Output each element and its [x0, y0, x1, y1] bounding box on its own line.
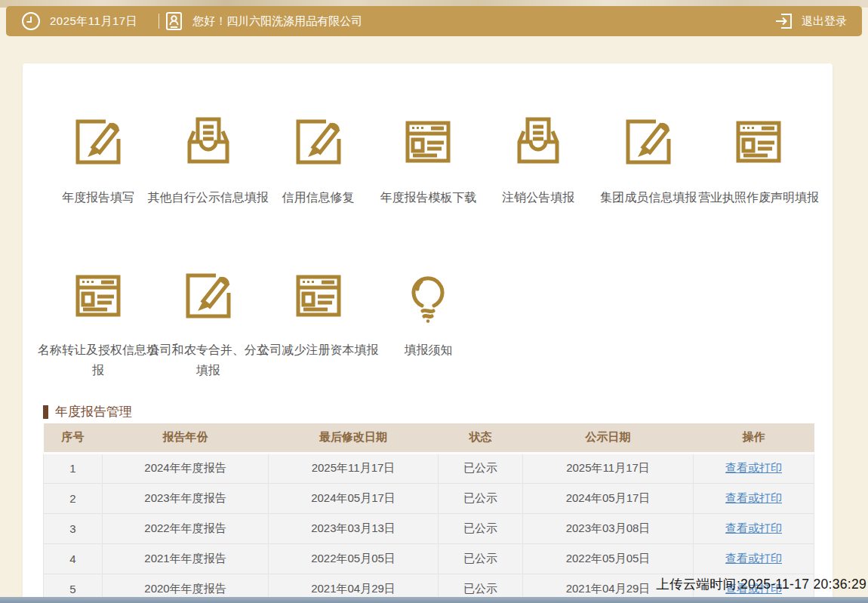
shortcut-other-public-info-fill[interactable]: 其他自行公示信息填报: [153, 112, 263, 208]
logout-button[interactable]: 退出登录: [774, 11, 847, 31]
main-panel: 年度报告填写 其他自行公示信息填报 信用信息修复 年度报告模板下载: [23, 63, 833, 603]
browser-icon: [728, 112, 789, 172]
logout-icon: [774, 11, 794, 31]
bottom-edge-band: [0, 597, 868, 603]
table-row: 42021年年度报告2022年05月05日已公示2022年05月05日查看或打印: [44, 543, 814, 574]
shortcut-license-void-declaration[interactable]: 营业执照作废声明填报: [703, 112, 814, 208]
edit-icon: [288, 112, 349, 172]
cell-no: 4: [44, 543, 103, 574]
browser-icon: [398, 112, 458, 172]
cell-modified: 2024年05月17日: [269, 483, 439, 513]
shortcut-report-template-download[interactable]: 年度报告模板下载: [374, 112, 484, 208]
table-row: 12024年年度报告2025年11月17日已公示2025年11月17日查看或打印: [44, 453, 814, 483]
cell-status: 已公示: [439, 483, 523, 513]
table-header-row: 序号报告年份最后修改日期状态公示日期操作: [44, 423, 814, 453]
table-row: 32022年年度报告2023年03月13日已公示2023年03月08日查看或打印: [44, 513, 814, 543]
edit-icon: [618, 112, 679, 172]
shortcut-group-member-info-fill[interactable]: 集团成员信息填报: [593, 112, 703, 208]
shortcut-label: 营业执照作废声明填报: [698, 187, 819, 208]
shortcut-label: 年度报告模板下载: [380, 187, 476, 208]
shortcut-merger-division-fill[interactable]: 公司和农专合并、分立填报: [153, 266, 263, 380]
topbar-greeting: 您好！四川六阳洗涤用品有限公司: [192, 14, 362, 29]
cell-no: 2: [44, 483, 103, 513]
cell-modified: 2025年11月17日: [269, 453, 439, 483]
edit-icon: [68, 112, 128, 172]
shortcut-label: 其他自行公示信息填报: [148, 187, 269, 208]
browser-icon: [288, 266, 349, 326]
edit-icon: [178, 266, 239, 326]
view-print-link[interactable]: 查看或打印: [725, 461, 782, 474]
cell-year: 2022年年度报告: [103, 513, 269, 543]
shortcut-label: 年度报告填写: [62, 187, 134, 208]
column-header: 报告年份: [103, 423, 269, 453]
shortcut-label: 注销公告填报: [502, 187, 574, 208]
report-section-header: 年度报告管理: [43, 403, 132, 420]
topbar-divider: [159, 14, 159, 29]
cell-year: 2021年年度报告: [103, 543, 269, 574]
cell-published: 2025年11月17日: [523, 453, 694, 483]
cell-action: 查看或打印: [694, 513, 814, 543]
view-print-link[interactable]: 查看或打印: [725, 491, 782, 504]
inbox-icon: [178, 112, 239, 172]
cell-published: 2024年05月17日: [523, 483, 694, 513]
shortcut-cancellation-notice-fill[interactable]: 注销公告填报: [483, 112, 593, 208]
shortcut-label: 名称转让及授权信息填报: [36, 340, 160, 380]
topbar: 2025年11月17日 您好！四川六阳洗涤用品有限公司 退出登录: [6, 6, 862, 36]
shortcut-label: 公司和农专合并、分立填报: [146, 340, 270, 380]
column-header: 公示日期: [523, 423, 694, 453]
shortcut-filing-notice[interactable]: 填报须知: [374, 266, 484, 380]
shortcut-annual-report-fill[interactable]: 年度报告填写: [43, 112, 153, 208]
inbox-icon: [508, 112, 568, 172]
cell-action: 查看或打印: [694, 543, 814, 574]
column-header: 序号: [44, 423, 103, 453]
cell-published: 2022年05月05日: [523, 543, 694, 574]
cell-year: 2023年年度报告: [103, 483, 269, 513]
section-accent-bar: [43, 405, 48, 419]
cell-action: 查看或打印: [694, 453, 814, 483]
bulb-icon: [398, 266, 458, 326]
view-print-link[interactable]: 查看或打印: [725, 521, 782, 534]
shortcut-label: 集团成员信息填报: [600, 187, 697, 208]
cell-published: 2023年03月08日: [523, 513, 694, 543]
cell-status: 已公示: [439, 453, 523, 483]
browser-icon: [68, 266, 128, 326]
shortcut-grid-row1: 年度报告填写 其他自行公示信息填报 信用信息修复 年度报告模板下载: [43, 112, 814, 208]
shortcut-grid-row2: 名称转让及授权信息填报 公司和农专合并、分立填报 公司减少注册资本填报 填报须知: [43, 266, 814, 380]
section-title: 年度报告管理: [55, 403, 132, 420]
cell-no: 1: [44, 453, 103, 483]
user-badge-icon: [164, 11, 183, 32]
view-print-link[interactable]: 查看或打印: [725, 552, 782, 565]
upload-time-watermark: 上传云端时间:2025-11-17 20:36:29: [656, 575, 866, 593]
cell-modified: 2022年05月05日: [269, 543, 439, 574]
cell-modified: 2023年03月13日: [269, 513, 439, 543]
column-header: 状态: [439, 423, 523, 453]
column-header: 操作: [694, 423, 814, 453]
shortcut-credit-info-repair[interactable]: 信用信息修复: [263, 112, 374, 208]
shortcut-capital-reduction-fill[interactable]: 公司减少注册资本填报: [263, 266, 374, 380]
table-row: 22023年年度报告2024年05月17日已公示2024年05月17日查看或打印: [44, 483, 814, 513]
shortcut-label: 公司减少注册资本填报: [257, 340, 380, 360]
column-header: 最后修改日期: [269, 423, 439, 453]
cell-year: 2024年年度报告: [103, 453, 269, 483]
logout-label: 退出登录: [802, 14, 847, 29]
topbar-date: 2025年11月17日: [50, 14, 137, 29]
cell-status: 已公示: [439, 513, 523, 543]
shortcut-label: 填报须知: [366, 340, 490, 360]
clock-icon: [21, 11, 41, 31]
shortcut-name-transfer-auth-info[interactable]: 名称转让及授权信息填报: [43, 266, 153, 380]
cell-action: 查看或打印: [694, 483, 814, 513]
cell-status: 已公示: [439, 543, 523, 574]
cell-no: 3: [44, 513, 103, 543]
shortcut-label: 信用信息修复: [282, 187, 355, 208]
